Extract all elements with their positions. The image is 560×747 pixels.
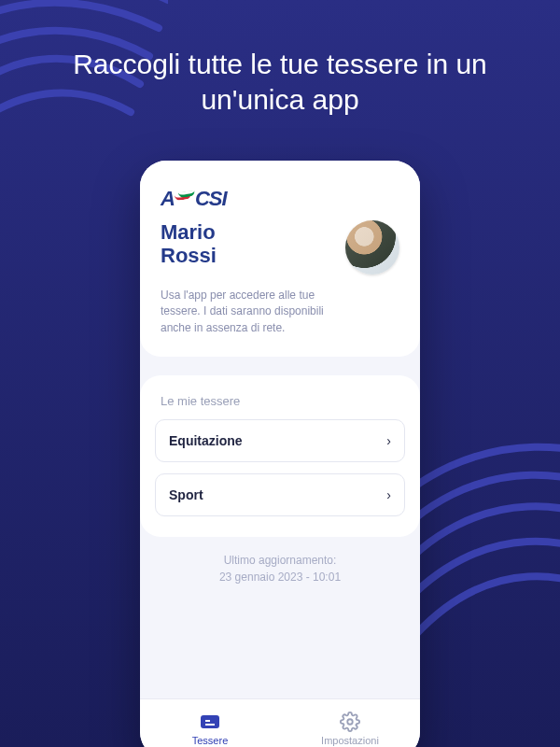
last-update-value: 23 gennaio 2023 - 10:01 — [140, 569, 420, 585]
last-update: Ultimo aggiornamento: 23 gennaio 2023 - … — [140, 552, 420, 585]
user-last-name: Rossi — [161, 244, 217, 267]
tessere-section: Le mie tessere Equitazione › Sport › — [140, 375, 420, 537]
profile-hint-text: Usa l'app per accedere alle tue tessere.… — [161, 288, 347, 336]
brand-logo-text: A — [161, 187, 175, 211]
chevron-right-icon: › — [386, 433, 391, 448]
profile-card: A CSI Mario Rossi Usa l'app per accedere… — [140, 161, 420, 357]
phone-mockup: A CSI Mario Rossi Usa l'app per accedere… — [140, 161, 420, 747]
avatar[interactable] — [345, 220, 399, 275]
brand-logo-text-tail: CSI — [195, 187, 227, 211]
user-name: Mario Rossi — [161, 220, 217, 268]
svg-point-0 — [347, 719, 353, 725]
nav-tessere-label: Tessere — [192, 735, 229, 746]
tessera-item-equitazione[interactable]: Equitazione › — [155, 419, 405, 462]
tessera-item-sport[interactable]: Sport › — [155, 473, 405, 516]
user-first-name: Mario — [161, 220, 217, 244]
chevron-right-icon: › — [386, 487, 391, 502]
logo-swoosh-green-icon — [178, 190, 196, 198]
nav-impostazioni[interactable]: Impostazioni — [280, 699, 420, 747]
last-update-label: Ultimo aggiornamento: — [140, 552, 420, 569]
page-headline: Raccogli tutte le tue tessere in un un'u… — [0, 0, 560, 145]
nav-tessere[interactable]: Tessere — [140, 699, 280, 747]
tessera-label: Sport — [169, 487, 203, 502]
gear-icon — [340, 712, 360, 732]
tessere-section-title: Le mie tessere — [161, 394, 399, 408]
nav-impostazioni-label: Impostazioni — [321, 735, 379, 746]
brand-logo: A CSI — [161, 187, 399, 211]
card-icon — [200, 712, 220, 732]
tessera-label: Equitazione — [169, 433, 243, 448]
bottom-nav: Tessere Impostazioni — [140, 698, 420, 747]
